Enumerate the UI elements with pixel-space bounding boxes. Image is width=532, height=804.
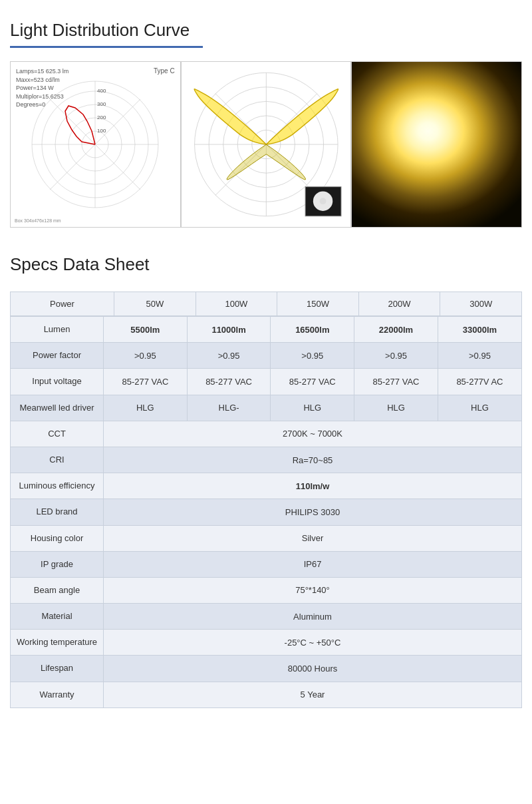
row-label: Material bbox=[11, 604, 104, 630]
svg-text:200: 200 bbox=[97, 114, 106, 120]
header-300w: 300W bbox=[440, 292, 522, 316]
row-cell: 85-277V AC bbox=[438, 369, 521, 395]
header-100w: 100W bbox=[196, 292, 277, 316]
row-span-value: IP67 bbox=[104, 551, 522, 577]
table-row: LED brandPHILIPS 3030 bbox=[11, 499, 522, 525]
table-row: CRIRa=70~85 bbox=[11, 447, 522, 473]
row-label: CRI bbox=[11, 447, 104, 473]
curve-images-container: Lamps=15 625.3 lm Maxx=523 cd/lm Power=1… bbox=[10, 61, 522, 228]
polar-info-text: Lamps=15 625.3 lm Maxx=523 cd/lm Power=1… bbox=[16, 67, 68, 109]
row-span-value: PHILIPS 3030 bbox=[104, 499, 522, 525]
specs-table: Power 50W 100W 150W 200W 300W bbox=[10, 292, 522, 316]
row-span-value: Silver bbox=[104, 525, 522, 551]
light-curve-section: Light Distribution Curve Lamps=15 625.3 … bbox=[10, 20, 522, 228]
row-cell: >0.95 bbox=[104, 343, 188, 369]
row-cell: 22000lm bbox=[354, 317, 438, 343]
table-row: Lifespan80000 Hours bbox=[11, 656, 522, 682]
specs-body-table: Lumen5500lm11000lm16500lm22000lm33000lmP… bbox=[10, 316, 522, 708]
row-cell: >0.95 bbox=[187, 343, 271, 369]
table-row: Meanwell led driverHLGHLG-HLGHLGHLG bbox=[11, 395, 522, 421]
table-row: Warranty5 Year bbox=[11, 682, 522, 707]
light-curve-title: Light Distribution Curve bbox=[10, 20, 522, 41]
row-span-value: Aluminum bbox=[104, 604, 522, 630]
table-row: Input voltage85-277 VAC85-277 VAC85-277 … bbox=[11, 369, 522, 395]
light-photo-box bbox=[351, 61, 522, 228]
row-span-value: 80000 Hours bbox=[104, 656, 522, 682]
row-label: LED brand bbox=[11, 499, 104, 525]
table-row: MaterialAluminum bbox=[11, 604, 522, 630]
header-200w: 200W bbox=[358, 292, 440, 316]
polar-type-label: Type C bbox=[154, 67, 175, 75]
polar-box-info: Box 304x476x128 mm bbox=[15, 218, 61, 223]
row-span-value: 110lm/w bbox=[104, 473, 522, 499]
row-span-value: -25°C ~ +50°C bbox=[104, 630, 522, 656]
specs-section: Specs Data Sheet Power 50W 100W 150W 200… bbox=[10, 254, 522, 708]
row-cell: 85-277 VAC bbox=[354, 369, 438, 395]
row-cell: 85-277 VAC bbox=[271, 369, 354, 395]
header-150w: 150W bbox=[277, 292, 359, 316]
row-label: Meanwell led driver bbox=[11, 395, 104, 421]
row-label: Lifespan bbox=[11, 656, 104, 682]
table-row: Beam angle75°*140° bbox=[11, 577, 522, 603]
table-row: IP gradeIP67 bbox=[11, 551, 522, 577]
row-cell: 5500lm bbox=[104, 317, 188, 343]
table-row: Power factor>0.95>0.95>0.95>0.95>0.95 bbox=[11, 343, 522, 369]
row-cell: >0.95 bbox=[354, 343, 438, 369]
header-50w: 50W bbox=[114, 292, 196, 316]
row-label: IP grade bbox=[11, 551, 104, 577]
header-power-label: Power bbox=[11, 292, 114, 316]
row-label: Luminous efficiency bbox=[11, 473, 104, 499]
row-label: Working temperature bbox=[11, 630, 104, 656]
row-cell: 11000lm bbox=[187, 317, 271, 343]
dist-curve-svg bbox=[182, 65, 351, 224]
row-cell: HLG- bbox=[187, 395, 271, 421]
row-cell: HLG bbox=[271, 395, 354, 421]
specs-title: Specs Data Sheet bbox=[10, 254, 522, 275]
row-label: Lumen bbox=[11, 317, 104, 343]
svg-text:400: 400 bbox=[97, 88, 106, 94]
table-row: Lumen5500lm11000lm16500lm22000lm33000lm bbox=[11, 317, 522, 343]
row-cell: HLG bbox=[438, 395, 521, 421]
table-row: Housing colorSilver bbox=[11, 525, 522, 551]
row-span-value: 2700K ~ 7000K bbox=[104, 421, 522, 447]
row-cell: 85-277 VAC bbox=[104, 369, 188, 395]
row-label: Power factor bbox=[11, 343, 104, 369]
table-header-row: Power 50W 100W 150W 200W 300W bbox=[11, 292, 522, 316]
row-cell: 33000lm bbox=[438, 317, 521, 343]
table-row: CCT2700K ~ 7000K bbox=[11, 421, 522, 447]
row-cell: 85-277 VAC bbox=[187, 369, 271, 395]
row-cell: HLG bbox=[354, 395, 438, 421]
table-row: Working temperature-25°C ~ +50°C bbox=[11, 630, 522, 656]
main-container: Light Distribution Curve Lamps=15 625.3 … bbox=[0, 0, 532, 721]
title-underline bbox=[10, 46, 203, 48]
row-label: Beam angle bbox=[11, 577, 104, 603]
distribution-curve-box bbox=[181, 61, 352, 228]
row-label: CCT bbox=[11, 421, 104, 447]
row-cell: 16500lm bbox=[271, 317, 354, 343]
svg-point-24 bbox=[319, 198, 326, 204]
svg-text:100: 100 bbox=[97, 128, 106, 134]
table-row: Luminous efficiency110lm/w bbox=[11, 473, 522, 499]
row-span-value: 75°*140° bbox=[104, 577, 522, 603]
row-label: Housing color bbox=[11, 525, 104, 551]
row-cell: >0.95 bbox=[438, 343, 521, 369]
row-span-value: Ra=70~85 bbox=[104, 447, 522, 473]
row-cell: HLG bbox=[104, 395, 188, 421]
row-label: Input voltage bbox=[11, 369, 104, 395]
svg-text:300: 300 bbox=[97, 101, 106, 107]
row-cell: >0.95 bbox=[271, 343, 354, 369]
row-span-value: 5 Year bbox=[104, 682, 522, 707]
polar-diagram-box: Lamps=15 625.3 lm Maxx=523 cd/lm Power=1… bbox=[10, 61, 181, 228]
row-label: Warranty bbox=[11, 682, 104, 707]
